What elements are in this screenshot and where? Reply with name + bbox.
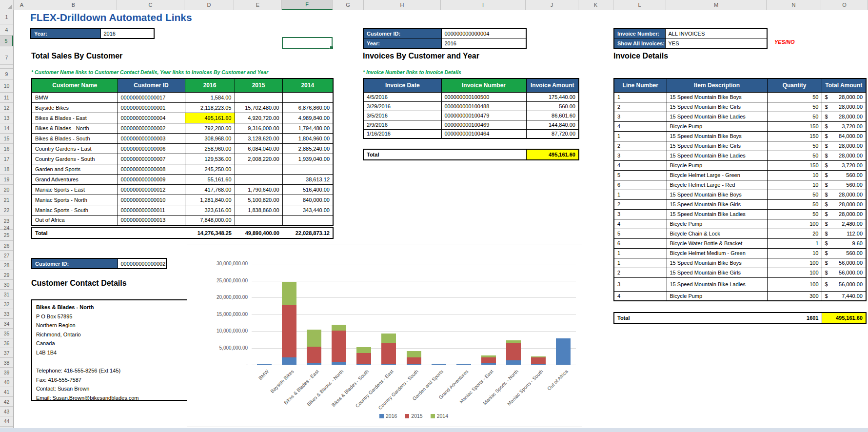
cell[interactable]: 000000000100464	[441, 129, 526, 138]
cell[interactable]: 7,848,000.00	[185, 215, 235, 225]
select-all-corner[interactable]	[0, 0, 14, 10]
cell[interactable]: Bicycle Pump	[667, 121, 767, 131]
cell[interactable]: 840,000.00	[282, 195, 333, 205]
col-header-customer-id[interactable]: Customer ID	[118, 79, 185, 92]
col-header-total-amount[interactable]: Total Amount	[822, 79, 866, 92]
row-header-12[interactable]: 12	[0, 103, 13, 113]
cell[interactable]: 175,440.00	[526, 92, 579, 101]
cell[interactable]: Bicycle Helmet Large - Green	[667, 170, 767, 180]
cell[interactable]: 9,316,000.00	[235, 123, 282, 133]
cell[interactable]: $560.00	[822, 248, 866, 258]
row-header-40[interactable]: 40	[0, 377, 13, 387]
cell[interactable]: 1	[614, 248, 667, 258]
row-header-37[interactable]: 37	[0, 348, 13, 358]
cell[interactable]: 15 Speed Mountain Bike Ladies	[667, 151, 767, 160]
cell[interactable]: 15 Speed Mountain Bike Girls	[667, 102, 767, 112]
cell[interactable]: Bicycle Pump	[667, 291, 767, 301]
cell[interactable]: 55,161.60	[185, 174, 235, 184]
cell[interactable]: 1,804,960.00	[282, 133, 333, 143]
cell[interactable]: 1,281,840.00	[185, 195, 235, 205]
cell[interactable]: 1	[767, 238, 822, 248]
cell[interactable]: Bicycle Helmet Large - Red	[667, 180, 767, 190]
cell[interactable]: 3	[614, 112, 667, 121]
cell[interactable]: 6,084,040.00	[235, 143, 282, 154]
year-filter-box[interactable]: Year:2016	[30, 28, 155, 39]
cell[interactable]: 560.00	[526, 101, 579, 111]
cell[interactable]: Bikes & Blades - South	[32, 133, 118, 143]
cell[interactable]: 3/29/2016	[363, 101, 441, 111]
cell[interactable]: 150	[767, 160, 822, 170]
cell[interactable]: 3	[614, 151, 667, 160]
cell[interactable]: 129,536.00	[185, 154, 235, 164]
cell[interactable]: 50	[767, 141, 822, 151]
row-header-13[interactable]: 13	[0, 113, 13, 123]
cell[interactable]: 6	[614, 238, 667, 248]
row-header-38[interactable]: 38	[0, 358, 13, 368]
row-header-17[interactable]: 17	[0, 154, 13, 164]
cell[interactable]: $28,000.00	[822, 92, 866, 102]
cell[interactable]: 000000000000004	[118, 113, 185, 123]
cell[interactable]: $7,440.00	[822, 291, 866, 301]
cell[interactable]: 15 Speed Mountain Bike Boys	[667, 258, 767, 268]
col-header-line-number[interactable]: Line Number	[614, 79, 667, 92]
row-header-1[interactable]: 1	[0, 10, 13, 24]
row-header-21[interactable]: 21	[0, 195, 13, 205]
cell[interactable]: 15 Speed Mountain Bike Boys	[667, 92, 767, 102]
cell[interactable]: Bikes & Blades - North	[32, 123, 118, 133]
row-header-10[interactable]: 10	[0, 79, 13, 93]
fill-handle[interactable]	[330, 46, 334, 50]
row-header-19[interactable]: 19	[0, 175, 13, 185]
column-header-F[interactable]: F	[282, 0, 333, 10]
row-header-30[interactable]: 30	[0, 280, 13, 290]
col-header-2014[interactable]: 2014	[282, 79, 333, 92]
cell[interactable]: 2	[614, 199, 667, 209]
cell[interactable]: 5	[614, 170, 667, 180]
cell[interactable]: 50	[767, 199, 822, 209]
cell[interactable]: 000000000100500	[441, 92, 526, 101]
cell[interactable]: 2/9/2016	[363, 120, 441, 129]
cell[interactable]: 1	[614, 190, 667, 199]
cell[interactable]: 000000000000013	[118, 215, 185, 225]
cell[interactable]: 144,840.00	[526, 120, 579, 129]
cell[interactable]: 4,989,840.00	[282, 113, 333, 123]
col-header-invoice-amount[interactable]: Invoice Amount	[526, 79, 579, 92]
invoices-table[interactable]: Invoice DateInvoice NumberInvoice Amount…	[363, 78, 579, 139]
cell[interactable]: 000000000000011	[118, 205, 185, 215]
cell[interactable]: Bikes & Blades - East	[32, 113, 118, 123]
filter-value-input[interactable]: ALL INVOICES	[665, 28, 767, 39]
cell[interactable]: 000000000000017	[118, 92, 185, 102]
cell[interactable]: 2,885,240.00	[282, 143, 333, 154]
cell[interactable]: 000000000000001	[118, 102, 185, 113]
cell[interactable]: 3	[614, 277, 667, 291]
cell[interactable]: 10	[767, 180, 822, 190]
cell[interactable]: 50	[767, 151, 822, 160]
sales-by-customer-chart[interactable]: -5,000,000.0010,000,000.0015,000,000.002…	[187, 244, 582, 427]
cell[interactable]: 1,794,480.00	[282, 123, 333, 133]
cell[interactable]: Out of Africa	[32, 215, 118, 225]
column-header-J[interactable]: J	[526, 0, 578, 10]
cell[interactable]: 5,100,820.00	[235, 195, 282, 205]
cell[interactable]: 000000000000010	[118, 195, 185, 205]
row-header-42[interactable]: 42	[0, 397, 13, 407]
cell[interactable]: 000000000100488	[441, 101, 526, 111]
cell[interactable]: 6	[614, 180, 667, 190]
cell[interactable]	[235, 92, 282, 102]
cell[interactable]: 000000000100469	[441, 120, 526, 129]
column-header-E[interactable]: E	[234, 0, 282, 10]
cell[interactable]: 2,118,223.05	[185, 102, 235, 113]
col-header-quantity[interactable]: Quantity	[767, 79, 822, 92]
column-header-C[interactable]: C	[117, 0, 184, 10]
cell[interactable]: 100	[767, 268, 822, 277]
cell[interactable]: 5	[614, 229, 667, 238]
cell[interactable]: $28,000.00	[822, 112, 866, 121]
cell[interactable]: 000000000000006	[118, 143, 185, 154]
cell[interactable]: 2,008,220.00	[235, 154, 282, 164]
cell[interactable]: $28,000.00	[822, 199, 866, 209]
row-header-18[interactable]: 18	[0, 164, 13, 175]
filter-value-input[interactable]: 000000000000002	[118, 258, 166, 269]
column-header-M[interactable]: M	[666, 0, 767, 10]
cell[interactable]: 50	[767, 190, 822, 199]
cell[interactable]	[235, 164, 282, 174]
cell[interactable]: 792,280.00	[185, 123, 235, 133]
cell[interactable]	[235, 174, 282, 184]
